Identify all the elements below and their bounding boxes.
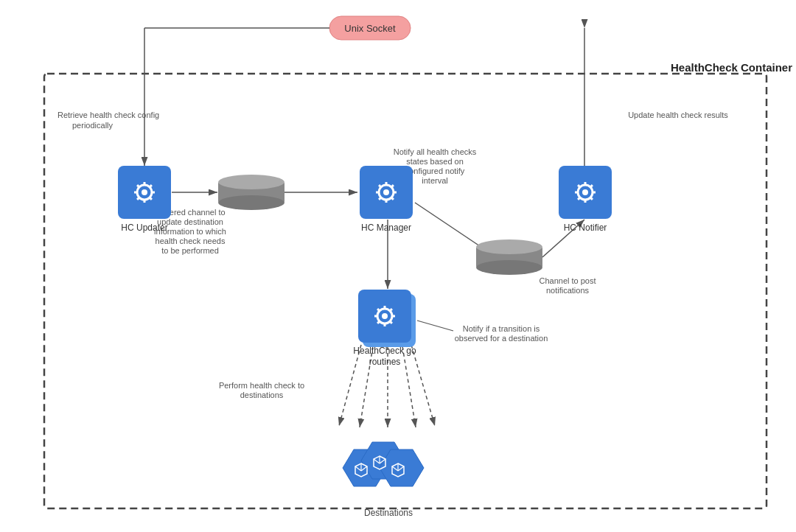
annotation-update-results: Update health check results bbox=[628, 111, 728, 119]
svg-line-22 bbox=[150, 197, 152, 200]
arrow-goroutines-transition-annotation bbox=[417, 321, 453, 331]
annotation-channel-post2: notifications bbox=[546, 286, 590, 295]
buffered-channel-cylinder-top bbox=[218, 175, 284, 189]
svg-line-53 bbox=[390, 309, 392, 311]
annotation-buffered5: to be performed bbox=[161, 246, 219, 255]
svg-line-21 bbox=[137, 185, 139, 187]
svg-line-54 bbox=[377, 321, 380, 323]
hc-updater-label: HC Updater bbox=[121, 223, 167, 233]
arrow-goroutine-right bbox=[402, 346, 416, 427]
container-label: HealthCheck Container bbox=[671, 61, 792, 74]
arrow-goroutine-farleft bbox=[339, 345, 361, 426]
annotation-transition2: observed for a destination bbox=[455, 334, 548, 343]
hc-goroutines-label1: HealthCheck go bbox=[353, 346, 416, 356]
notif-channel-cylinder-top bbox=[476, 239, 542, 254]
unix-socket-label: Unix Socket bbox=[344, 23, 396, 34]
annotation-notify2: states based on bbox=[406, 157, 464, 166]
hc-manager-label: HC Manager bbox=[361, 223, 411, 233]
diagram-svg: HealthCheck Container Unix Socket bbox=[0, 0, 796, 532]
svg-line-32 bbox=[391, 197, 394, 200]
svg-line-24 bbox=[137, 197, 139, 200]
arrow-goroutine-farright bbox=[411, 345, 435, 426]
svg-line-34 bbox=[379, 197, 381, 200]
hc-notifier-gear bbox=[575, 182, 596, 203]
svg-point-46 bbox=[382, 313, 388, 319]
svg-line-42 bbox=[590, 197, 593, 200]
hc-notifier-label: HC Notifier bbox=[564, 223, 607, 233]
hc-goroutines-label2: routines bbox=[369, 357, 401, 367]
annotation-notify1: Notify all health checks bbox=[394, 147, 477, 156]
svg-line-52 bbox=[390, 321, 392, 323]
annotation-buffered4: health check needs bbox=[156, 237, 226, 245]
svg-line-51 bbox=[377, 309, 380, 311]
diagram-canvas: HealthCheck Container Unix Socket bbox=[0, 0, 796, 532]
annotation-notify4: interval bbox=[422, 176, 447, 185]
svg-point-26 bbox=[383, 189, 389, 195]
annotation-perform2: destinations bbox=[240, 391, 284, 399]
annotation-channel-post1: Channel to post bbox=[539, 276, 596, 285]
annotation-perform1: Perform health check to bbox=[219, 381, 304, 390]
annotation-retrieve: Retrieve health check config bbox=[57, 111, 159, 119]
svg-point-36 bbox=[582, 189, 588, 195]
svg-point-16 bbox=[142, 189, 147, 195]
hc-goroutines-gear bbox=[374, 306, 395, 326]
buffered-channel-cylinder-bottom bbox=[218, 195, 284, 210]
hc-manager-gear bbox=[376, 182, 397, 203]
annotation-retrieve2: periodically bbox=[72, 121, 114, 130]
svg-line-31 bbox=[379, 185, 381, 187]
svg-line-23 bbox=[150, 185, 152, 187]
hc-updater-gear bbox=[134, 182, 155, 203]
destinations-label: Destinations bbox=[364, 508, 413, 518]
svg-line-33 bbox=[391, 185, 394, 187]
svg-line-43 bbox=[590, 185, 593, 187]
svg-line-41 bbox=[578, 185, 580, 187]
annotation-notify3: configured notify bbox=[405, 167, 465, 175]
svg-line-44 bbox=[578, 197, 580, 200]
arrow-manager-to-notif-channel bbox=[415, 203, 486, 251]
notif-channel-cylinder-bottom bbox=[476, 260, 542, 275]
annotation-transition1: Notify if a transition is bbox=[463, 324, 540, 333]
